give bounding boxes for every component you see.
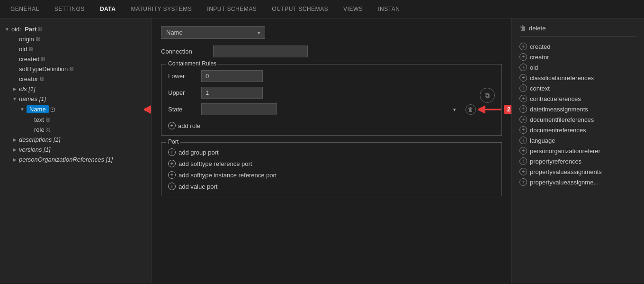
tree-item-text[interactable]: text ⛓ <box>0 115 151 125</box>
tree-toggle-names: ▼ <box>11 96 18 102</box>
add-softtype-ref-port[interactable]: + add softtype reference port <box>168 160 495 167</box>
tree-label-name-selected: Name <box>27 105 49 113</box>
tree-item-ids[interactable]: ▶ ids [1] <box>0 84 151 94</box>
nav-input-schemas[interactable]: INPUT SCHEMAS <box>206 4 258 14</box>
tree-item-old[interactable]: old ⛓ <box>0 44 151 54</box>
tree-label-ids: ids [1] <box>19 85 36 92</box>
right-item-datetimeassign[interactable]: + datetimeassignments <box>519 105 636 113</box>
right-item-language-label: language <box>530 137 555 144</box>
tree-item-created[interactable]: created ⛓ <box>0 54 151 64</box>
tree-toggle-origin <box>11 36 18 43</box>
port-box: Port + add group port + add softtype ref… <box>161 142 502 196</box>
nav-data[interactable]: DATA <box>99 4 117 14</box>
delete-button[interactable]: 🗑 delete <box>519 24 636 37</box>
add-softtype-instance-port-icon: + <box>168 171 176 179</box>
tree-root-label: oid: Part <box>11 26 36 33</box>
add-rule-button[interactable]: + add rule <box>168 122 495 129</box>
right-item-propertyvalueassignme-icon: + <box>519 178 527 186</box>
right-item-propertyref-label: propertyreferences <box>530 158 581 165</box>
delete-label: delete <box>529 25 546 32</box>
right-item-propertyvalueassign-label: propertyvalueassignments <box>530 168 602 175</box>
tree-item-personorg[interactable]: ▶ personOrganizationReferences [1] <box>0 155 151 165</box>
name-dropdown-wrapper: Name text role <box>161 26 265 39</box>
right-item-context[interactable]: + context <box>519 84 636 92</box>
right-item-personorgref[interactable]: + personorganizationreferer <box>519 147 636 155</box>
add-value-port[interactable]: + add value port <box>168 183 495 190</box>
annotation-2: 2 <box>478 104 511 115</box>
right-item-contractref-label: contractreferences <box>530 95 581 102</box>
right-item-creator[interactable]: + creator <box>519 53 636 61</box>
nav-views[interactable]: VIEWS <box>342 4 364 14</box>
add-softtype-instance-port[interactable]: + add softtype instance reference port <box>168 171 495 179</box>
port-box-title: Port <box>166 138 180 145</box>
tree-label-creator: creator <box>19 75 38 82</box>
right-item-created-icon: + <box>519 43 527 50</box>
right-item-propertyvalueassign[interactable]: + propertyvalueassignments <box>519 168 636 175</box>
nav-instan[interactable]: INSTAN <box>377 4 401 14</box>
tree-label-descriptions: descriptions [1] <box>19 136 60 143</box>
containment-rules-box: Containment Rules Lower Upper State <box>161 64 502 136</box>
containment-rules-title: Containment Rules <box>166 60 218 67</box>
delete-state-row-button[interactable]: 🗑 <box>465 104 476 115</box>
tree-toggle-text <box>27 117 33 123</box>
lower-input[interactable] <box>201 70 263 82</box>
annotation-1: 1 <box>144 104 152 115</box>
right-item-propertyvalueassignme[interactable]: + propertyvalueassignme... <box>519 178 636 186</box>
trash-icon: 🗑 <box>519 24 526 32</box>
upper-row: Upper <box>168 87 476 99</box>
main-content: ▼ oid: Part ⛓ origin ⛓ old ⛓ created ⛓ s… <box>0 18 644 283</box>
nav-output-schemas[interactable]: OUTPUT SCHEMAS <box>271 4 329 14</box>
tree-toggle-descriptions: ▶ <box>11 137 18 143</box>
tree-item-versions[interactable]: ▶ versions [1] <box>0 145 151 155</box>
right-item-documentfileref[interactable]: + documentfilereferences <box>519 116 636 123</box>
right-panel: 🗑 delete + created + creator + oid + cla… <box>511 18 644 283</box>
right-item-contractref-icon: + <box>519 95 527 102</box>
tree-item-name-selected[interactable]: ▼ Name ⊡ 1 <box>0 104 151 115</box>
tree-item-creator[interactable]: creator ⛓ <box>0 74 151 84</box>
add-softtype-ref-port-label: add softtype reference port <box>179 160 252 167</box>
tree-toggle-personorg: ▶ <box>11 156 18 163</box>
connection-label: Connection <box>161 48 208 55</box>
tree-item-role[interactable]: role ⛓ <box>0 125 151 135</box>
link-icon-role: ⛓ <box>46 127 51 132</box>
connection-input[interactable] <box>213 46 308 57</box>
right-item-oid-icon: + <box>519 64 527 71</box>
name-cube-icon: ⊡ <box>50 106 55 113</box>
annotation-2-label: 2 <box>504 105 511 114</box>
link-icon-origin: ⛓ <box>36 37 40 42</box>
nav-general[interactable]: GENERAL <box>9 4 40 14</box>
nav-maturity[interactable]: MATURITY SYSTEMS <box>130 4 193 14</box>
add-group-port[interactable]: + add group port <box>168 148 495 156</box>
right-item-created[interactable]: + created <box>519 43 636 50</box>
right-item-documentref-label: documentreferences <box>530 127 586 134</box>
right-item-documentref[interactable]: + documentreferences <box>519 126 636 134</box>
state-dropdown[interactable] <box>201 103 277 115</box>
tree-item-origin[interactable]: origin ⛓ <box>0 34 151 44</box>
upper-input[interactable] <box>201 87 263 99</box>
tree-toggle-versions: ▶ <box>11 147 18 153</box>
right-item-propertyref[interactable]: + propertyreferences <box>519 157 636 165</box>
right-item-oid[interactable]: + oid <box>519 64 636 71</box>
tree-label-old: old <box>19 46 27 53</box>
right-item-contractref[interactable]: + contractreferences <box>519 95 636 102</box>
link-icon-old: ⛓ <box>28 46 33 52</box>
tree-label-softtypedef: softTypeDefinition <box>19 65 68 73</box>
arrow-1-svg <box>144 104 152 115</box>
right-item-personorgref-label: personorganizationreferer <box>530 147 600 155</box>
tree-label-role: role <box>34 126 45 133</box>
lower-label: Lower <box>168 73 197 80</box>
upper-label: Upper <box>168 89 197 96</box>
tree-item-softtypedef[interactable]: softTypeDefinition ⛓ <box>0 64 151 74</box>
tree-label-text: text <box>34 116 44 123</box>
nav-settings[interactable]: SETTINGS <box>54 4 86 14</box>
right-item-classificationref[interactable]: + classificationreferences <box>519 74 636 82</box>
copy-rule-button[interactable]: ⧉ <box>480 88 495 103</box>
right-item-propertyref-icon: + <box>519 157 527 165</box>
tree-label-versions: versions [1] <box>19 146 50 153</box>
tree-item-names[interactable]: ▼ names [1] <box>0 94 151 104</box>
tree-item-descriptions[interactable]: ▶ descriptions [1] <box>0 135 151 145</box>
name-dropdown[interactable]: Name text role <box>161 26 265 39</box>
left-panel: ▼ oid: Part ⛓ origin ⛓ old ⛓ created ⛓ s… <box>0 18 152 283</box>
right-item-language[interactable]: + language <box>519 137 636 144</box>
tree-root[interactable]: ▼ oid: Part ⛓ <box>0 24 151 34</box>
